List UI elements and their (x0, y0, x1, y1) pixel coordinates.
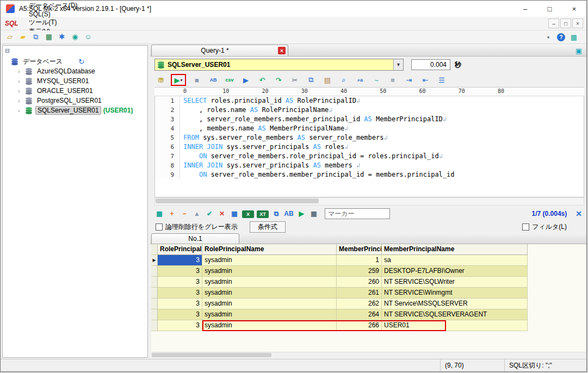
table-cell[interactable]: sysadmin (202, 309, 337, 320)
table-cell[interactable]: DESKTOP-E7LAFBI\Owner (382, 266, 528, 277)
result-tab-no1[interactable]: No.1 (151, 233, 239, 244)
delete-row-icon[interactable]: − (180, 209, 189, 219)
tree-view-icon[interactable]: ⊟ (5, 47, 10, 54)
table-cell[interactable]: 261 (337, 288, 382, 299)
column-header-roleprincipalname[interactable]: RolePrincipalName (202, 244, 337, 255)
table-cell[interactable]: 3 (158, 320, 202, 331)
table-cell[interactable]: NT SERVICE\SQLSERVERAGENT (382, 309, 528, 320)
sidebar-item-azuresqldatabase[interactable]: ›AzureSQLDatabase (3, 66, 147, 76)
tab-close-icon[interactable]: × (278, 47, 286, 54)
table-row[interactable]: ▶3sysadmin1sa (151, 255, 586, 266)
sql-editor[interactable]: 1SELECT roles.principal_id AS RolePrinci… (154, 96, 584, 197)
copy-icon[interactable]: ⧉ (305, 75, 318, 85)
sidebar-item-oracle_user01[interactable]: ›ORACLE_USER01 (3, 86, 147, 96)
table-cell[interactable]: sysadmin (202, 288, 337, 299)
line-settings-icon[interactable]: ☰ (435, 75, 448, 85)
row-selector[interactable] (151, 266, 158, 277)
chevron-right-icon[interactable]: › (18, 107, 24, 114)
row-selector[interactable] (151, 288, 158, 299)
table-cell[interactable]: USER01 (382, 320, 528, 331)
table-cell[interactable]: 264 (337, 309, 382, 320)
chevron-right-icon[interactable]: › (18, 78, 24, 84)
new-tab-icon[interactable]: ▣ (575, 47, 582, 55)
table-row[interactable]: 3sysadmin261NT SERVICE\Winmgmt (151, 288, 586, 299)
column-header-roleprincipalid[interactable]: RolePrincipalID (158, 244, 202, 255)
grid-hscrollbar[interactable] (151, 352, 586, 359)
sidebar-item-postgresql_user01[interactable]: ›PostgreSQL_USER01 (3, 96, 147, 105)
table-cell[interactable]: 259 (337, 266, 382, 277)
run-file-icon[interactable]: ▶ (239, 75, 252, 85)
table-cell[interactable]: sysadmin (202, 299, 337, 309)
post-edit-icon[interactable]: ✔ (205, 209, 214, 219)
panel-toggle-icon[interactable]: ▪ (542, 32, 554, 42)
csv-export-icon[interactable]: csv (223, 75, 236, 85)
filter-checkbox[interactable] (522, 223, 529, 231)
tree-root-databases[interactable]: データベース↻ (3, 57, 147, 66)
er-diagram-icon[interactable]: ◉ (69, 32, 81, 42)
paste-icon[interactable]: ▤ (321, 75, 334, 85)
dropdown-arrow-icon[interactable]: ▼ (393, 59, 403, 70)
table-cell[interactable]: NT SERVICE\SQLWriter (382, 277, 528, 288)
align-icon[interactable]: ≡ (386, 75, 399, 85)
edit-row-icon[interactable]: ▲ (192, 209, 202, 219)
table-cell[interactable]: sysadmin (202, 266, 337, 277)
copy-docs-icon[interactable]: ⧉ (30, 32, 42, 42)
table-cell[interactable]: 3 (158, 299, 202, 309)
row-selector[interactable] (151, 277, 158, 288)
editor-hscrollbar[interactable] (154, 197, 584, 206)
menu-データベースD[interactable]: データベース(D) (24, 1, 83, 10)
table-cell[interactable]: 3 (158, 288, 202, 299)
row-selector[interactable]: ▶ (151, 255, 158, 266)
table-row[interactable]: 3sysadmin262NT Service\MSSQLSERVER (151, 299, 586, 309)
sidebar-item-sqlserver_user01[interactable]: ›SQLServer_USER01(USER01) (3, 105, 147, 115)
insert-row-icon[interactable]: + (167, 209, 177, 219)
table-cell[interactable]: 3 (158, 277, 202, 288)
mdi-restore-icon[interactable]: □ (560, 18, 571, 28)
monitor-icon[interactable]: ▦ (568, 32, 580, 42)
table-cell[interactable]: NT SERVICE\Winmgmt (382, 288, 528, 299)
excel-export-icon[interactable]: X (242, 210, 254, 218)
row-selector[interactable] (151, 309, 158, 320)
smiley-icon[interactable]: ☺ (82, 32, 94, 42)
grid-settings-icon[interactable]: ▦ (309, 209, 319, 219)
transaction-icon[interactable]: ⛃ (154, 75, 168, 85)
settings-gear-icon[interactable]: ✱ (56, 32, 68, 42)
maximize-button[interactable]: □ (537, 1, 562, 17)
rerun-icon[interactable]: ▶ (296, 209, 306, 219)
table-cell[interactable]: 3 (158, 309, 202, 320)
table-cell[interactable]: sysadmin (202, 277, 337, 288)
table-cell[interactable]: 260 (337, 277, 382, 288)
table-row[interactable]: 3sysadmin266USER01 (151, 320, 586, 331)
pin-grid-icon[interactable]: ▦ (154, 209, 164, 219)
menu-ツールT[interactable]: ツール(T) (24, 18, 83, 27)
table-cell[interactable]: 266 (337, 320, 382, 331)
marker-input[interactable]: マーカー (325, 208, 390, 219)
table-cell[interactable]: 1 (337, 255, 382, 266)
column-header-memberprincipalname[interactable]: MemberPrincipalName (382, 244, 528, 255)
minimize-button[interactable]: – (513, 1, 537, 17)
outdent-icon[interactable]: ⇤ (419, 75, 432, 85)
connection-select[interactable]: SQLServer_USER01 ▼ (154, 59, 404, 71)
gray-deleted-checkbox[interactable] (156, 223, 163, 231)
paste-grid-icon[interactable]: ▦ (230, 209, 239, 219)
table-row[interactable]: 3sysadmin264NT SERVICE\SQLSERVERAGENT (151, 309, 586, 320)
refresh-icon[interactable]: ↻ (78, 58, 84, 66)
table-cell[interactable]: sysadmin (202, 255, 337, 266)
table-cell[interactable]: 3 (158, 266, 202, 277)
condition-button[interactable]: 条件式 (250, 221, 286, 233)
table-cell[interactable]: sysadmin (202, 320, 337, 331)
table-cell[interactable]: sa (382, 255, 528, 266)
explain-icon[interactable]: AB (207, 75, 220, 85)
chevron-right-icon[interactable]: › (18, 97, 24, 104)
table-row[interactable]: 3sysadmin259DESKTOP-E7LAFBI\Owner (151, 266, 586, 277)
row-selector[interactable] (151, 299, 158, 309)
sidebar-item-mysql_user01[interactable]: ›MYSQL_USER01 (3, 76, 147, 86)
copy-grid-icon[interactable]: ⧉ (271, 209, 281, 219)
cancel-edit-icon[interactable]: ✕ (217, 209, 227, 219)
table-cell[interactable]: 262 (337, 299, 382, 309)
mdi-minimize-icon[interactable]: – (548, 18, 559, 28)
tab-query-1[interactable]: Query-1 * × (151, 45, 288, 56)
chevron-right-icon[interactable]: › (18, 68, 24, 74)
find-icon[interactable]: ⌕ (337, 75, 350, 85)
help-icon[interactable]: ? (557, 33, 565, 41)
